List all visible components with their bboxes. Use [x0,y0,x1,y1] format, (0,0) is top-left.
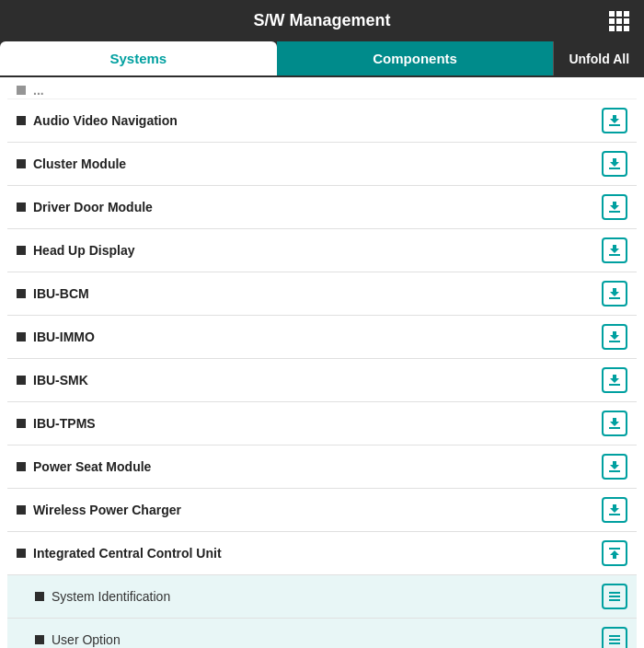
svg-rect-13 [609,599,620,601]
svg-rect-11 [609,592,620,594]
item-bullet [17,505,26,515]
svg-rect-8 [609,470,620,472]
svg-rect-6 [609,384,620,386]
svg-rect-1 [609,168,620,169]
unfold-all-button[interactable]: Unfold All [553,41,644,75]
tab-bar: Systems Components Unfold All [0,41,644,77]
list-item-ibu-bcm[interactable]: IBU-BCM [7,272,637,316]
item-bullet [17,462,26,471]
svg-rect-16 [609,642,620,644]
tab-systems[interactable]: Systems [0,41,277,75]
list-item-user-option[interactable]: User Option [7,619,637,648]
svg-rect-4 [609,297,620,299]
items-list: ... Audio Video Navigation Cluster Modul… [0,77,644,648]
item-bullet [17,332,26,341]
download-icon[interactable] [602,108,627,133]
item-bullet [17,376,26,385]
list-icon[interactable] [602,584,627,609]
item-bullet [17,549,26,558]
item-bullet [17,159,26,168]
grid-icon[interactable] [609,11,629,31]
item-bullet [17,246,26,255]
download-icon[interactable] [602,194,627,220]
svg-rect-7 [609,427,620,429]
svg-rect-12 [609,596,620,597]
list-item-system-identification[interactable]: System Identification [7,575,637,619]
list-item-head-up-display[interactable]: Head Up Display [7,229,637,272]
tab-components[interactable]: Components [277,41,554,75]
list-item-audio-video-nav[interactable]: Audio Video Navigation [7,99,637,143]
upload-icon[interactable] [602,540,627,566]
download-icon[interactable] [602,237,627,263]
svg-rect-5 [609,341,620,342]
item-bullet [17,116,26,125]
svg-rect-2 [609,211,620,213]
download-icon[interactable] [602,411,627,436]
list-item-wireless-power-charger[interactable]: Wireless Power Charger [7,489,637,532]
svg-rect-10 [609,548,620,550]
download-icon[interactable] [602,367,627,393]
download-icon[interactable] [602,324,627,350]
list-item-cluster-module[interactable]: Cluster Module [7,143,637,186]
header-title: S/W Management [253,11,390,30]
item-bullet [17,202,26,212]
item-bullet [17,289,26,298]
list-item-power-seat-module[interactable]: Power Seat Module [7,446,637,489]
list-item-ibu-tpms[interactable]: IBU-TPMS [7,402,637,446]
item-bullet [35,592,44,601]
svg-rect-14 [609,635,620,637]
svg-rect-0 [609,124,620,126]
item-bullet [17,419,26,428]
item-bullet [17,86,26,95]
list-item-ibu-smk[interactable]: IBU-SMK [7,359,637,402]
download-icon[interactable] [602,151,627,177]
item-bullet [35,635,44,644]
download-icon[interactable] [602,454,627,480]
list-icon[interactable] [602,627,627,648]
svg-rect-9 [609,514,620,515]
svg-rect-3 [609,254,620,256]
list-item-driver-door-module[interactable]: Driver Door Module [7,186,637,229]
svg-rect-15 [609,639,620,641]
list-item-partial: ... [7,81,637,99]
list-item-ibu-immo[interactable]: IBU-IMMO [7,316,637,359]
list-item-integrated-central-control[interactable]: Integrated Central Control Unit [7,532,637,575]
download-icon[interactable] [602,281,627,307]
app-header: S/W Management [0,0,644,41]
download-icon[interactable] [602,497,627,523]
